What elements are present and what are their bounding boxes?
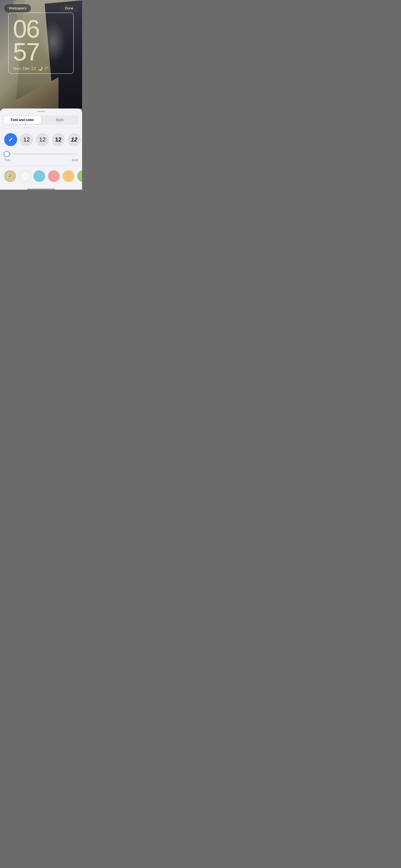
slider-label-bold: Bold — [71, 158, 78, 162]
color-check-icon: ✓ — [8, 174, 12, 179]
clock-widget: 06 57 Sun, Dec 22 🌙 7° — [8, 12, 74, 74]
clock-hour: 06 — [13, 16, 69, 41]
color-swatch-green[interactable] — [77, 170, 82, 182]
color-swatch-white[interactable] — [19, 170, 30, 182]
tab-style[interactable]: Style — [41, 116, 78, 124]
font-num-heavy: 12 — [71, 136, 77, 143]
clock-date-weather: Sun, Dec 22 🌙 7° — [13, 66, 69, 71]
home-indicator — [27, 189, 55, 190]
tab-font-and-color[interactable]: Font and color — [4, 116, 41, 124]
clock-temperature: 7° — [45, 66, 49, 71]
slider-background — [4, 154, 78, 154]
weather-icon: 🌙 — [37, 66, 43, 71]
tabs-container: Font and color Style — [3, 115, 79, 125]
font-options-row: ✓ 12 12 12 12 — [0, 128, 82, 150]
font-option-selected[interactable]: ✓ — [4, 133, 17, 146]
done-button[interactable]: Done — [60, 4, 78, 12]
color-options-row: ✓ — [0, 166, 82, 186]
color-swatch-yellow[interactable] — [63, 170, 74, 182]
clock-minute: 57 — [13, 39, 69, 64]
color-swatch-beige[interactable]: ✓ — [4, 170, 16, 182]
clock-date: Sun, Dec 22 — [13, 66, 36, 71]
top-buttons: Wallpapers Done — [0, 4, 82, 12]
bottom-sheet: Font and color Style ✓ 12 12 12 12 — [0, 108, 82, 190]
color-swatch-pink[interactable] — [48, 170, 60, 182]
wallpaper-preview: Wallpapers Done 06 57 Sun, Dec 22 🌙 7° — [0, 0, 82, 108]
color-swatch-blue[interactable] — [33, 170, 45, 182]
weight-slider-track[interactable] — [4, 151, 78, 157]
font-option-thin[interactable]: 12 — [20, 133, 33, 146]
font-num-regular: 12 — [39, 136, 46, 143]
font-option-bold[interactable]: 12 — [52, 133, 65, 146]
font-option-regular[interactable]: 12 — [36, 133, 49, 146]
slider-labels: Thin Bold — [4, 158, 78, 162]
drag-handle[interactable] — [37, 111, 45, 112]
slider-thumb[interactable] — [4, 151, 9, 157]
font-check-icon: ✓ — [8, 136, 13, 143]
wallpapers-button[interactable]: Wallpapers — [4, 4, 31, 12]
slider-label-thin: Thin — [4, 158, 10, 162]
font-num-bold: 12 — [55, 136, 61, 143]
font-option-heavy[interactable]: 12 — [68, 133, 81, 146]
font-num-thin: 12 — [23, 136, 30, 143]
weight-slider-section: Thin Bold — [0, 150, 82, 166]
